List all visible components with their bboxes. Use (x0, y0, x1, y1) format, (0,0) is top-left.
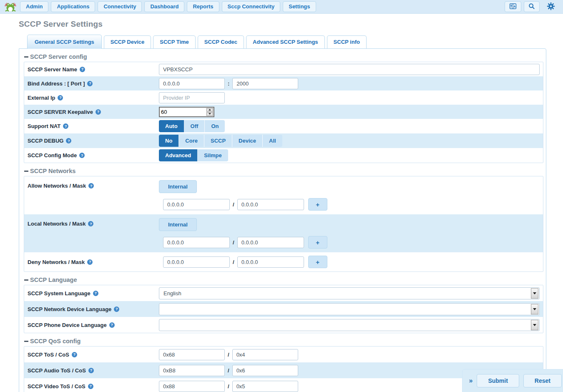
submit-button[interactable]: Submit (477, 374, 519, 387)
help-icon[interactable] (80, 67, 85, 72)
nav-item-applications[interactable]: Applications (51, 1, 95, 12)
language-translate-button[interactable]: A (505, 1, 521, 12)
mode-advanced-button[interactable]: Advanced (159, 149, 198, 161)
server-name-input[interactable] (159, 64, 540, 75)
local-network-input[interactable] (163, 237, 230, 248)
tab-sccp-device[interactable]: SCCP Device (104, 35, 151, 48)
debug-device-button[interactable]: Device (232, 135, 263, 147)
collapse-icon (24, 171, 28, 172)
help-icon[interactable] (93, 291, 98, 296)
stepper-down-button[interactable] (206, 112, 213, 116)
audio-tos-input[interactable] (159, 365, 225, 376)
nav-item-admin[interactable]: Admin (20, 1, 48, 12)
section-toggle-server-config[interactable]: SCCP Server config (24, 51, 543, 62)
help-icon[interactable] (109, 322, 115, 328)
help-icon[interactable] (88, 183, 94, 188)
search-button[interactable] (524, 1, 540, 12)
svg-text:A: A (513, 5, 515, 8)
section-toggle-qos[interactable]: SCCP QoS config (24, 336, 543, 346)
collapse-icon (24, 56, 28, 58)
navbar-right-icons: A (505, 1, 560, 12)
field-label: SCCP Server Name (28, 66, 159, 73)
row-external-ip: External Ip (24, 90, 543, 105)
deny-network-input[interactable] (163, 256, 230, 268)
video-cos-input[interactable] (232, 381, 298, 392)
system-language-select[interactable]: English (159, 287, 540, 299)
section-language: SCCP System Language English SCCP Networ… (24, 285, 543, 333)
section-toggle-language[interactable]: SCCP Language (24, 274, 543, 285)
nat-off-button[interactable]: Off (184, 120, 205, 132)
tab-general-sccp-settings[interactable]: General SCCP Settings (27, 35, 102, 49)
help-icon[interactable] (87, 259, 93, 265)
mask-separator: / (233, 259, 234, 265)
help-icon[interactable] (72, 352, 77, 357)
debug-core-button[interactable]: Core (179, 135, 204, 147)
audio-cos-input[interactable] (232, 365, 298, 376)
tab-sccp-info[interactable]: SCCP info (327, 35, 367, 48)
help-icon[interactable] (66, 138, 71, 143)
deny-mask-input[interactable] (237, 256, 304, 268)
mode-simple-button[interactable]: Silmpe (198, 149, 228, 161)
field-label: SCCP Config Mode (28, 152, 159, 158)
collapse-toolbar-chevron-icon[interactable]: » (469, 377, 473, 384)
debug-all-button[interactable]: All (263, 135, 282, 147)
cos-input[interactable] (232, 349, 298, 360)
network-device-language-select[interactable] (159, 303, 540, 315)
row-allow-networks: Allow Networks / Mask Internal / + (24, 176, 543, 214)
deny-add-button[interactable]: + (308, 256, 327, 268)
keepalive-stepper[interactable] (159, 107, 214, 117)
allow-add-button[interactable]: + (308, 198, 327, 211)
config-mode-group: Advanced Silmpe (159, 149, 228, 161)
local-add-button[interactable]: + (308, 236, 327, 249)
allow-network-input[interactable] (163, 199, 230, 210)
keepalive-input[interactable] (160, 108, 206, 116)
help-icon[interactable] (114, 307, 119, 312)
phone-device-language-select[interactable] (159, 319, 540, 331)
nav-item-sccp-connectivity[interactable]: Sccp Connectivity (222, 1, 281, 12)
help-icon[interactable] (88, 368, 94, 373)
section-toggle-networks[interactable]: SCCP Networks (24, 166, 543, 176)
local-internal-button[interactable]: Internal (159, 218, 197, 231)
help-icon[interactable] (88, 221, 93, 226)
help-icon[interactable] (79, 153, 85, 158)
field-label: SCCP Phone Device Language (28, 322, 159, 328)
local-mask-input[interactable] (237, 237, 304, 248)
external-ip-input[interactable] (159, 92, 225, 103)
settings-gear-button[interactable] (542, 1, 560, 12)
select-dropdown-arrow-icon (531, 320, 538, 330)
language-icon: A (509, 3, 517, 11)
nav-item-dashboard[interactable]: Dashboard (144, 1, 184, 12)
bind-address-input[interactable] (159, 78, 225, 89)
field-label: SCCP System Language (28, 290, 159, 297)
section-title: SCCP Language (30, 276, 77, 283)
nat-on-button[interactable]: On (205, 120, 225, 132)
help-icon[interactable] (58, 95, 63, 101)
bind-port-input[interactable] (232, 78, 298, 89)
allow-internal-button[interactable]: Internal (159, 180, 197, 193)
help-icon[interactable] (96, 109, 101, 115)
search-icon (528, 3, 535, 11)
tab-advanced-sccp-settings[interactable]: Advanced SCCP Settings (246, 35, 325, 48)
allow-mask-input[interactable] (237, 199, 304, 210)
debug-no-button[interactable]: No (159, 135, 179, 147)
nav-item-settings[interactable]: Settings (283, 1, 316, 12)
row-config-mode: SCCP Config Mode Advanced Silmpe (24, 148, 543, 163)
section-title: SCCP QoS config (30, 338, 80, 344)
tab-sccp-time[interactable]: SCCP Time (153, 35, 196, 48)
freepbx-frog-logo[interactable] (3, 1, 18, 13)
nav-item-reports[interactable]: Reports (187, 1, 219, 12)
stepper-up-button[interactable] (206, 108, 213, 112)
help-icon[interactable] (87, 81, 93, 86)
tab-sccp-codec[interactable]: SCCP Codec (198, 35, 244, 48)
video-tos-input[interactable] (159, 381, 225, 392)
debug-sccp-button[interactable]: SCCP (204, 135, 232, 147)
section-title: SCCP Networks (30, 168, 75, 174)
help-icon[interactable] (63, 123, 68, 129)
reset-button[interactable]: Reset (523, 374, 562, 387)
nat-auto-button[interactable]: Auto (159, 120, 184, 132)
section-title: SCCP Server config (30, 53, 87, 60)
nav-item-connectivity[interactable]: Connectivity (98, 1, 142, 12)
tos-input[interactable] (159, 349, 225, 360)
tab-content-general-settings: SCCP Server config SCCP Server Name Bind… (19, 48, 546, 392)
help-icon[interactable] (88, 384, 93, 389)
